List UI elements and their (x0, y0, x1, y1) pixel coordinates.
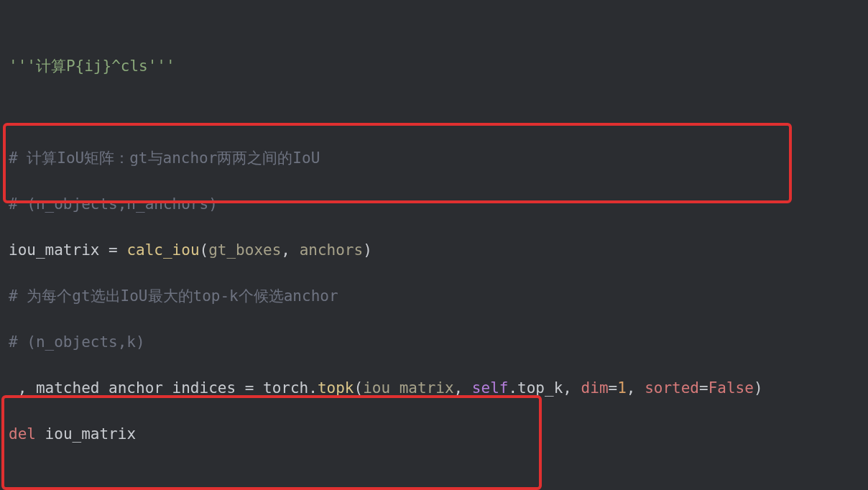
identifier: _, matched_anchor_indices (9, 379, 236, 397)
code-line: # (n_objects,k) (9, 330, 859, 353)
self: self (472, 379, 509, 397)
docstring: '''计算P{ij}^cls''' (9, 57, 175, 75)
code-line: # 为每个gt选出IoU最大的top-k个候选anchor (9, 285, 859, 308)
kwarg: sorted (645, 379, 699, 397)
comment: # 为每个gt选出IoU最大的top-k个候选anchor (9, 287, 338, 305)
identifier: iou_matrix (45, 425, 136, 443)
sep: , (454, 379, 472, 397)
comment: # (n_objects,n_anchors) (9, 195, 218, 213)
attr: .top_k (508, 379, 563, 397)
comment: # (n_objects,k) (9, 333, 145, 351)
code-editor[interactable]: '''计算P{ij}^cls''' # 计算IoU矩阵：gt与anchor两两之… (0, 0, 868, 490)
identifier: iou_matrix (9, 241, 99, 259)
code-line: '''计算P{ij}^cls''' (9, 55, 859, 78)
func-call: topk (318, 379, 354, 397)
code-line-blank (9, 468, 859, 490)
code-line: _, matched_anchor_indices = torch.topk(i… (9, 376, 859, 399)
op: = (99, 241, 126, 259)
func-call: calc_iou (126, 241, 199, 259)
number: 1 (617, 379, 627, 397)
keyword-del: del (9, 425, 36, 443)
paren: ( (200, 241, 209, 259)
comment: # 计算IoU矩阵：gt与anchor两两之间的IoU (9, 149, 320, 167)
arg: anchors (300, 241, 364, 259)
eq: = (699, 379, 708, 397)
code-line: del iou_matrix (9, 422, 859, 445)
code-line-blank (9, 101, 859, 124)
module: torch (263, 379, 308, 397)
arg: iou_matrix (363, 379, 453, 397)
sep: , (627, 379, 645, 397)
space (36, 425, 45, 443)
const: False (708, 379, 754, 397)
arg: gt_boxes (208, 241, 281, 259)
paren: ) (363, 241, 372, 259)
code-line: iou_matrix = calc_iou(gt_boxes, anchors) (9, 239, 859, 262)
code-line: # (n_objects,n_anchors) (9, 193, 859, 216)
paren: ) (754, 379, 763, 397)
dot: . (308, 379, 318, 397)
op: = (236, 379, 263, 397)
sep: , (281, 241, 299, 259)
kwarg: dim (581, 379, 609, 397)
eq: = (609, 379, 618, 397)
paren: ( (354, 379, 363, 397)
code-line: # 计算IoU矩阵：gt与anchor两两之间的IoU (9, 147, 859, 170)
sep: , (563, 379, 581, 397)
